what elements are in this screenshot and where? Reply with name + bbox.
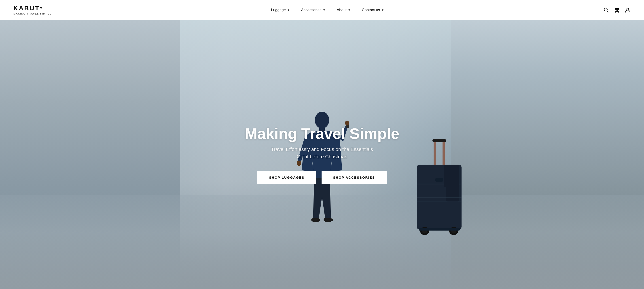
nav-label-about: About	[337, 8, 346, 12]
nav-label-accessories: Accessories	[301, 8, 322, 12]
svg-line-1	[607, 11, 608, 12]
luggage-illustration	[414, 101, 464, 289]
nav-item-luggage[interactable]: Luggage ▼	[271, 8, 290, 12]
svg-rect-18	[434, 139, 436, 166]
brand-tagline: MAKING TRAVEL SIMPLE	[14, 12, 52, 15]
svg-rect-31	[418, 228, 460, 231]
hero-buttons: SHOP LUGGAGES SHOP ACCESSORIES	[258, 171, 386, 184]
svg-rect-25	[444, 165, 459, 187]
svg-point-9	[618, 11, 618, 12]
svg-rect-2	[615, 8, 619, 11]
hero-subtitle: Travel Effortlessly and Focus on the Ess…	[271, 146, 373, 160]
brand-name: KABUT	[14, 5, 42, 11]
hero-section: Making Travel Simple Travel Effortlessly…	[0, 20, 644, 289]
shop-luggages-button[interactable]: SHOP LUGGAGES	[258, 171, 316, 184]
account-icon[interactable]	[625, 7, 630, 13]
header: KABUT MAKING TRAVEL SIMPLE Luggage ▼ Acc…	[0, 0, 644, 20]
chevron-down-icon: ▼	[287, 8, 290, 11]
chevron-down-icon: ▼	[323, 8, 326, 11]
svg-rect-24	[417, 202, 462, 202]
svg-point-8	[615, 11, 616, 12]
svg-point-0	[604, 8, 607, 11]
svg-rect-26	[417, 197, 462, 198]
chevron-down-icon: ▼	[348, 8, 350, 11]
nav-item-accessories[interactable]: Accessories ▼	[301, 8, 326, 12]
search-icon[interactable]	[603, 7, 609, 13]
nav-label-luggage: Luggage	[271, 8, 286, 12]
svg-rect-20	[432, 139, 446, 142]
svg-rect-33	[435, 178, 443, 182]
nav-item-contact[interactable]: Contact us ▼	[362, 8, 384, 12]
hero-title: Making Travel Simple	[245, 125, 399, 142]
svg-rect-19	[442, 139, 445, 166]
logo-dot	[40, 7, 42, 9]
header-icons	[603, 7, 630, 13]
svg-point-15	[345, 120, 349, 125]
chevron-down-icon: ▼	[381, 8, 384, 11]
svg-point-16	[311, 218, 320, 222]
nav-label-contact: Contact us	[362, 8, 380, 12]
shop-accessories-button[interactable]: SHOP ACCESSORIES	[322, 171, 386, 184]
nav-item-about[interactable]: About ▼	[337, 8, 350, 12]
hero-content: Making Travel Simple Travel Effortlessly…	[240, 125, 404, 184]
main-nav: Luggage ▼ Accessories ▼ About ▼ Contact …	[271, 8, 384, 12]
logo[interactable]: KABUT MAKING TRAVEL SIMPLE	[14, 5, 52, 15]
cart-icon[interactable]	[614, 7, 620, 13]
